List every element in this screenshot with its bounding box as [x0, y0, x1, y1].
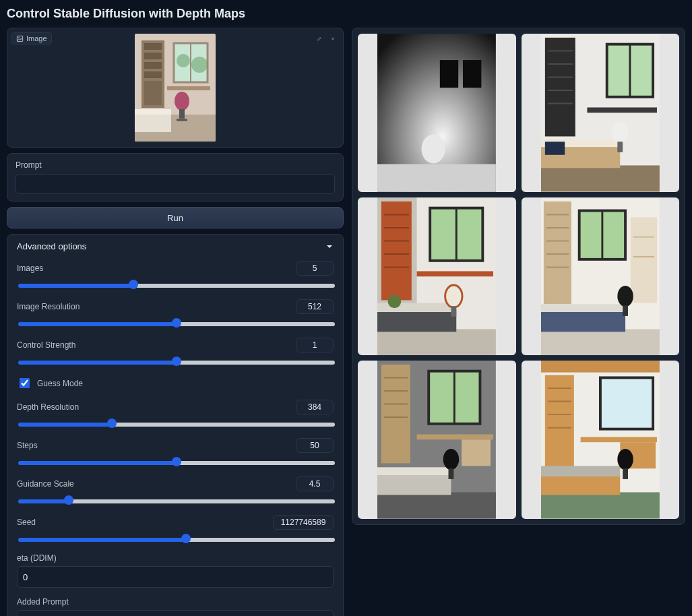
svg-point-93 [443, 449, 459, 470]
edit-image-button[interactable] [313, 32, 325, 44]
svg-point-1 [18, 37, 20, 38]
gallery-item[interactable] [522, 34, 680, 192]
steps-label: Steps [17, 441, 38, 450]
images-slider-row: Images 5 [17, 261, 334, 290]
svg-rect-80 [377, 492, 496, 518]
svg-rect-69 [631, 217, 657, 303]
guess-mode-row: Guess Mode [17, 376, 334, 390]
gallery-item[interactable] [358, 197, 516, 356]
svg-rect-15 [167, 86, 210, 90]
depth-resolution-slider[interactable] [18, 423, 335, 427]
svg-point-77 [617, 285, 633, 306]
svg-rect-63 [544, 201, 571, 303]
guess-mode-label: Guess Mode [37, 379, 83, 388]
steps-value[interactable]: 50 [296, 438, 334, 453]
image-upload-panel[interactable]: Image [7, 28, 344, 148]
chevron-down-icon [325, 243, 334, 251]
svg-rect-62 [541, 329, 660, 355]
svg-rect-8 [144, 71, 162, 78]
svg-rect-46 [381, 201, 412, 300]
svg-rect-22 [440, 60, 458, 88]
svg-rect-90 [462, 439, 491, 466]
image-tag: Image [11, 32, 52, 44]
svg-point-16 [175, 92, 189, 111]
svg-rect-107 [541, 474, 620, 495]
added-prompt-field: Added Prompt [17, 597, 334, 616]
prompt-block: Prompt [7, 153, 344, 202]
gallery-item[interactable] [358, 361, 516, 519]
svg-rect-92 [377, 467, 451, 475]
seed-slider[interactable] [18, 538, 335, 542]
seed-value[interactable]: 1127746589 [273, 515, 334, 530]
svg-rect-81 [381, 365, 410, 464]
seed-slider-row: Seed 1127746589 [17, 515, 334, 544]
svg-point-41 [612, 122, 627, 143]
svg-rect-108 [541, 466, 620, 476]
guidance-scale-slider[interactable] [18, 499, 335, 503]
depth-resolution-label: Depth Resolution [17, 402, 79, 412]
svg-rect-110 [623, 468, 628, 479]
images-value[interactable]: 5 [296, 261, 334, 276]
gallery-item[interactable] [358, 34, 516, 192]
page-title: Control Stable Diffusion with Depth Maps [7, 7, 685, 21]
seed-label: Seed [17, 518, 36, 527]
close-icon [331, 34, 335, 43]
svg-rect-27 [541, 165, 660, 191]
images-label: Images [17, 264, 43, 273]
svg-rect-45 [377, 329, 496, 355]
svg-rect-76 [541, 304, 625, 312]
pencil-icon [317, 34, 321, 43]
added-prompt-input[interactable] [17, 610, 334, 616]
svg-rect-19 [135, 112, 171, 132]
advanced-options-toggle[interactable]: Advanced options [17, 241, 334, 257]
svg-point-60 [388, 295, 402, 308]
gallery-item[interactable] [522, 361, 680, 519]
image-resolution-slider-row: Image Resolution 512 [17, 299, 334, 328]
output-gallery [352, 28, 685, 525]
svg-rect-9 [144, 81, 162, 105]
control-strength-label: Control Strength [17, 340, 75, 350]
svg-rect-28 [545, 38, 575, 137]
guess-mode-checkbox[interactable] [20, 378, 30, 388]
steps-slider-row: Steps 50 [17, 438, 334, 467]
svg-rect-56 [377, 309, 456, 332]
images-slider[interactable] [18, 284, 335, 288]
eta-input[interactable] [17, 566, 334, 588]
svg-rect-96 [541, 361, 660, 373]
svg-rect-20 [135, 109, 171, 115]
depth-resolution-value[interactable]: 384 [296, 400, 334, 414]
clear-image-button[interactable] [327, 32, 339, 44]
control-strength-slider[interactable] [18, 361, 335, 365]
image-resolution-slider[interactable] [18, 322, 335, 326]
svg-rect-25 [377, 164, 496, 191]
control-strength-value[interactable]: 1 [296, 338, 334, 352]
svg-point-24 [422, 134, 445, 163]
svg-rect-42 [617, 142, 623, 152]
svg-rect-105 [580, 437, 656, 442]
svg-point-109 [617, 449, 633, 470]
prompt-label: Prompt [15, 160, 335, 170]
svg-rect-103 [600, 377, 653, 429]
svg-rect-17 [179, 109, 185, 119]
guidance-scale-slider-row: Guidance Scale 4.5 [17, 476, 334, 505]
svg-rect-6 [144, 53, 162, 59]
gallery-item[interactable] [522, 197, 680, 356]
eta-label: eta (DDIM) [17, 553, 334, 563]
svg-rect-75 [541, 309, 625, 332]
svg-rect-89 [417, 434, 493, 439]
run-button[interactable]: Run [7, 207, 344, 228]
svg-point-14 [191, 57, 208, 73]
svg-point-13 [177, 54, 190, 67]
guidance-scale-value[interactable]: 4.5 [296, 476, 334, 491]
image-resolution-value[interactable]: 512 [296, 299, 334, 314]
prompt-input[interactable] [15, 174, 335, 194]
svg-rect-59 [451, 306, 457, 317]
uploaded-image[interactable] [135, 34, 216, 142]
svg-rect-37 [587, 107, 657, 113]
steps-slider[interactable] [18, 461, 335, 465]
svg-rect-5 [144, 43, 162, 50]
image-icon [16, 35, 24, 42]
svg-rect-98 [545, 375, 574, 467]
advanced-options-panel: Advanced options Images 5 Image Resoluti… [7, 234, 344, 616]
svg-rect-7 [144, 62, 162, 69]
